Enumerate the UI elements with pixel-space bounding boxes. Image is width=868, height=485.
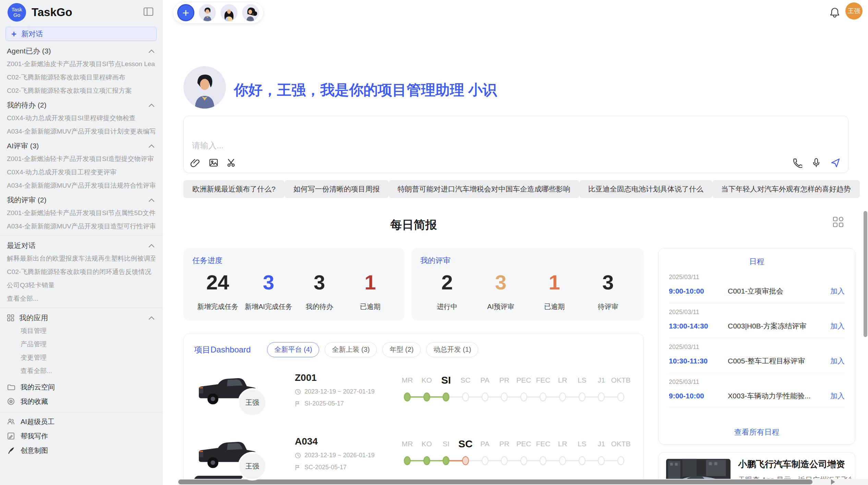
stat-review-overdue: 1 已逾期: [528, 271, 581, 311]
join-link[interactable]: 加入: [830, 391, 845, 401]
chevron-up-icon[interactable]: [148, 143, 155, 149]
join-link[interactable]: 加入: [830, 356, 845, 366]
milestone-label-si: SI: [443, 438, 449, 450]
app-item-project-mgmt[interactable]: 项目管理: [21, 326, 155, 335]
new-chat-button[interactable]: + 新对话: [5, 27, 157, 41]
suggestion-chip[interactable]: 比亚迪全固态电池计划具体说了什么: [579, 180, 712, 198]
milestone-dot-pa: [482, 393, 489, 401]
image-icon[interactable]: [208, 158, 219, 168]
chevron-up-icon[interactable]: [148, 315, 155, 321]
project-flag-text: SI-2025-05-17: [304, 400, 344, 407]
view-all-chats-link[interactable]: 查看全部...: [7, 294, 155, 303]
event-time: 9:00-10:00: [669, 392, 728, 400]
divider: [0, 308, 162, 308]
project-row[interactable]: 王强 Z001 2023-12-19 ~ 2027-01-19 SI-2025-…: [194, 369, 633, 421]
horizontal-scrollbar-thumb[interactable]: [178, 480, 812, 484]
recent-chat-item[interactable]: 解释最新出台的欧盟报废车法规再生塑料比例被调至15%...: [7, 254, 155, 263]
task-progress-card: 任务进度 24 新增完成任务 3 新增AI完成任务 3 我的待办 1 已逾期: [183, 248, 405, 321]
send-icon[interactable]: [830, 158, 841, 168]
app-item-change-mgmt[interactable]: 变更管理: [21, 353, 155, 362]
event-title: C003|H0B-方案冻结评审: [728, 321, 830, 331]
user-avatar[interactable]: 王强: [845, 2, 863, 20]
event-date: 2025/03/11: [669, 309, 845, 316]
section-my-todo[interactable]: 我的待办 (2): [7, 101, 155, 110]
help-write-label: 帮我写作: [21, 432, 48, 441]
milestone-dot-pr: [501, 456, 508, 465]
assistant-avatar-3[interactable]: [242, 4, 259, 21]
add-assistant-button[interactable]: +: [177, 4, 194, 21]
horizontal-scrollbar-track[interactable]: [178, 479, 868, 485]
layout-grid-icon[interactable]: [831, 215, 845, 229]
scissors-icon[interactable]: [226, 158, 237, 168]
join-link[interactable]: 加入: [830, 321, 845, 331]
assistant-avatar-1[interactable]: [199, 4, 216, 21]
section-my-apps[interactable]: 我的应用: [7, 313, 155, 322]
sidebar-item[interactable]: A034-全新新能源MUV产品开发项目计划变更表编写: [7, 127, 155, 136]
phone-icon[interactable]: [792, 158, 802, 168]
chevron-up-icon[interactable]: [148, 197, 155, 203]
sidebar-item[interactable]: C0X4-动力总成开发项目SI里程碑提交物检查: [7, 114, 155, 123]
milestone-label-mr: MR: [402, 438, 413, 450]
stat-label: 待评审: [581, 302, 635, 311]
milestone-dot-mr: [404, 456, 411, 465]
section-agent-done[interactable]: Agent已办 (3): [7, 47, 155, 55]
stat-overdue: 1 已逾期: [345, 271, 396, 311]
recent-chat-item[interactable]: 公司Q3轻卡销量: [7, 281, 155, 290]
project-code: A034: [295, 436, 398, 447]
sidebar-item-help-write[interactable]: 帮我写作: [5, 429, 157, 443]
scroll-right-arrow[interactable]: [831, 479, 835, 485]
microphone-icon[interactable]: [811, 158, 821, 168]
sidebar-item-cloud-space[interactable]: 我的云空间: [5, 380, 157, 394]
section-title: Agent已办 (3): [7, 47, 51, 55]
sidebar-item[interactable]: Z001-全新燃油轻卡产品开发项目SI节点属性5D文件评审: [7, 209, 155, 217]
filter-year-model[interactable]: 年型 (2): [382, 342, 421, 357]
suggestion-chip[interactable]: 特朗普可能对进口汽车增税会对中国车企造成哪些影响: [389, 180, 579, 198]
suggestion-chip[interactable]: 如何写一份清晰的项目周报: [285, 180, 389, 198]
sidebar-item[interactable]: A034-全新新能源MUV产品开发项目法规符合性评审: [7, 181, 155, 190]
filter-powertrain[interactable]: 动总开发 (1): [426, 342, 478, 357]
ai-employee-label: AI超级员工: [21, 417, 55, 426]
scroll-down-arrow[interactable]: [829, 464, 836, 469]
attachment-icon[interactable]: [191, 158, 201, 168]
section-my-review[interactable]: 我的评审 (2): [7, 196, 155, 204]
sidebar-item[interactable]: C0X4-动力总成开发项目工程变更评审: [7, 168, 155, 177]
app-screen: Task Go TaskGo + 新对话 Agent已办 (3) Z001-全新…: [0, 0, 868, 485]
sidebar-item[interactable]: Z001-全新燃油皮卡产品开发项目SI节点Lesson Learn报告: [7, 60, 155, 69]
flag-icon: [295, 464, 301, 471]
suggestion-chip[interactable]: 当下年轻人对汽车外观有怎样的喜好趋势: [712, 180, 860, 198]
app-item-product-mgmt[interactable]: 产品管理: [21, 340, 155, 349]
vertical-scrollbar[interactable]: [864, 211, 867, 337]
notification-bell-icon[interactable]: [829, 7, 840, 18]
sidebar-item-favorites[interactable]: 我的收藏: [5, 394, 157, 409]
section-title: AI评审 (3): [7, 141, 39, 150]
chevron-up-icon[interactable]: [148, 48, 155, 54]
logo-line1: Task: [12, 7, 22, 12]
recent-chat-item[interactable]: C02-飞腾新能源轻客改款项目的闭环通告反馈情况: [7, 268, 155, 276]
sidebar-item-ai-employee[interactable]: AI超级员工: [5, 414, 157, 429]
milestone-label-pr: PR: [499, 438, 509, 450]
view-all-apps-link[interactable]: 查看全部...: [21, 366, 155, 375]
suggestion-chip[interactable]: 欧洲新规最近颁布了什么?: [183, 180, 285, 198]
join-link[interactable]: 加入: [830, 286, 845, 296]
section-recent-chats[interactable]: 最近对话: [7, 241, 155, 250]
milestone-label-pa: PA: [480, 374, 489, 386]
chevron-up-icon[interactable]: [148, 102, 155, 108]
sidebar-item-creative-draw[interactable]: 创意制图: [5, 443, 157, 458]
sidebar-item[interactable]: Z001-全新燃油轻卡产品开发项目SI造型提交物评审: [7, 154, 155, 163]
schedule-event: 2025/03/11 10:30-11:30 C005-整车工程目标评审 加入: [669, 338, 845, 373]
stat-label: AI预评审: [474, 302, 528, 311]
sidebar-item[interactable]: C02-飞腾新能源轻客改款项目立项汇报方案: [7, 86, 155, 95]
sidebar-item[interactable]: A034-全新新能源MUV产品开发项目造型可行性评审: [7, 222, 155, 231]
milestone-label-fec: FEC: [536, 438, 550, 450]
sidebar-item[interactable]: C02-飞腾新能源轻客改款项目里程碑画布: [7, 73, 155, 82]
input-placeholder: 请输入...: [192, 140, 224, 151]
chat-input-box[interactable]: 请输入...: [183, 116, 848, 173]
chevron-up-icon[interactable]: [148, 243, 155, 248]
filter-new-platform[interactable]: 全新平台 (4): [267, 342, 319, 357]
section-ai-review[interactable]: AI评审 (3): [7, 141, 155, 150]
view-all-schedule-link[interactable]: 查看所有日程: [669, 422, 845, 437]
sidebar-collapse-icon[interactable]: [143, 7, 154, 16]
assistant-avatar-2[interactable]: [220, 4, 238, 21]
project-row[interactable]: 王强 A034 2023-12-19 ~ 2026-01-19 SC-2025-…: [194, 433, 633, 485]
filter-new-body[interactable]: 全新上装 (3): [325, 342, 377, 357]
